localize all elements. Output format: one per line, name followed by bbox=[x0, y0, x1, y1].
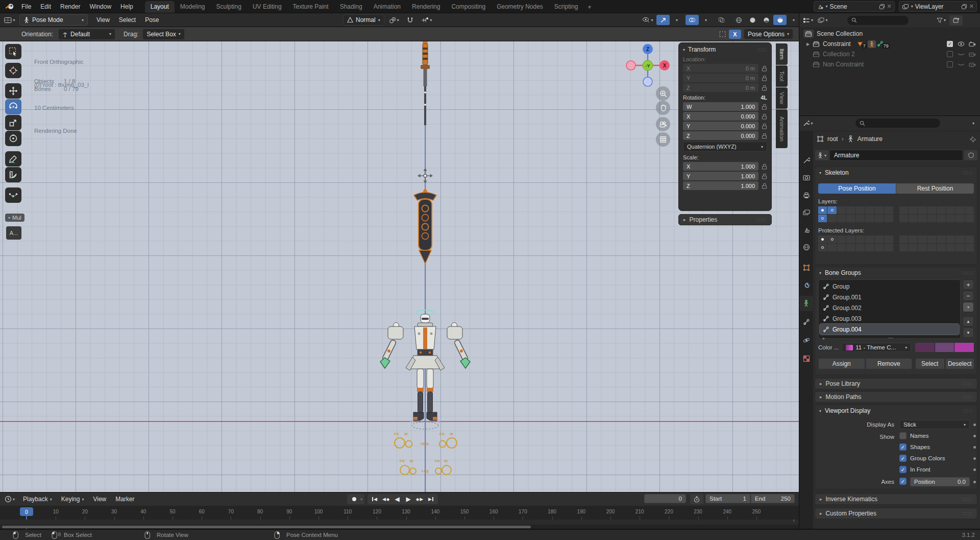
layer-cell[interactable] bbox=[899, 244, 908, 251]
decorator-dot[interactable] bbox=[973, 468, 976, 471]
jump-to-start-button[interactable]: ◀ bbox=[370, 495, 380, 504]
bone-groups-panel-header[interactable]: ▾Bone Groups·········· bbox=[815, 267, 977, 278]
layer-cell[interactable] bbox=[818, 215, 827, 222]
sword-small[interactable] bbox=[421, 41, 430, 125]
layer-cell[interactable] bbox=[865, 206, 874, 214]
output-tab[interactable] bbox=[799, 187, 813, 203]
bone-group-item[interactable]: Group.001 bbox=[820, 292, 959, 302]
add-group-button[interactable]: + bbox=[963, 279, 974, 290]
zoom-button[interactable] bbox=[656, 86, 670, 101]
layer-cell[interactable] bbox=[856, 244, 865, 251]
layer-cell[interactable] bbox=[837, 206, 846, 214]
workspace-tab-compositing[interactable]: Compositing bbox=[446, 1, 491, 13]
workspace-tab-texture-paint[interactable]: Texture Paint bbox=[287, 1, 334, 13]
breadcrumb-object[interactable]: root bbox=[827, 135, 838, 143]
workspace-tab-uv-editing[interactable]: UV Editing bbox=[247, 1, 287, 13]
show-in-front-checkbox[interactable]: ✓ bbox=[899, 466, 906, 473]
move-group-up-button[interactable]: ▲ bbox=[963, 316, 974, 326]
layer-cell[interactable] bbox=[837, 244, 846, 251]
remove-button[interactable]: Remove bbox=[866, 358, 913, 369]
world-tab[interactable] bbox=[799, 240, 813, 255]
layer-cell[interactable] bbox=[818, 206, 827, 214]
panel-grip[interactable]: ·········· bbox=[757, 48, 767, 52]
remove-group-button[interactable]: − bbox=[963, 291, 974, 301]
unlink-icon[interactable]: ✕ bbox=[887, 3, 892, 10]
previous-keyframe-button[interactable]: ◀◆ bbox=[381, 495, 391, 504]
fake-user-toggle[interactable] bbox=[964, 150, 977, 160]
object-data-tab[interactable] bbox=[799, 296, 813, 311]
layer-cell[interactable] bbox=[927, 244, 936, 251]
lock-icon[interactable] bbox=[762, 104, 767, 110]
workspace-tab-shading[interactable]: Shading bbox=[334, 1, 368, 13]
outliner-row-constraint[interactable]: ▶Constraint779✓ bbox=[799, 39, 980, 49]
move-group-down-button[interactable]: ▼ bbox=[963, 327, 974, 338]
layer-cell[interactable] bbox=[918, 244, 926, 251]
tool-tab[interactable] bbox=[799, 153, 813, 168]
layer-cell[interactable] bbox=[846, 206, 855, 214]
lock-icon[interactable] bbox=[762, 163, 767, 170]
disable-in-renders-toggle[interactable] bbox=[967, 52, 978, 57]
outliner-filter-dropdown[interactable]: ▾ bbox=[935, 15, 948, 26]
gizmo-dropdown[interactable]: ▾ bbox=[670, 15, 683, 25]
exclude-checkbox[interactable] bbox=[944, 61, 955, 67]
layer-cell[interactable] bbox=[965, 215, 974, 222]
play-button[interactable]: ▶ bbox=[403, 495, 413, 504]
decorator-dot[interactable] bbox=[973, 446, 976, 449]
transform-field-x[interactable]: X1.000 bbox=[683, 162, 758, 171]
show-group-colors-checkbox[interactable]: ✓ bbox=[899, 455, 906, 462]
layer-cell[interactable] bbox=[856, 206, 865, 214]
bone-group-item[interactable]: Group.002 bbox=[820, 302, 959, 313]
end-frame-field[interactable]: End250 bbox=[751, 494, 795, 503]
layer-cell[interactable] bbox=[818, 236, 827, 243]
decorator-dot[interactable] bbox=[973, 481, 976, 483]
timeline-editor-type-button[interactable]: ▾ bbox=[3, 494, 16, 504]
pan-button[interactable] bbox=[656, 101, 670, 115]
lock-icon[interactable] bbox=[762, 75, 767, 81]
render-tab[interactable] bbox=[799, 170, 813, 185]
layer-cell[interactable] bbox=[884, 244, 893, 251]
outliner-display-mode-dropdown[interactable]: ▾ bbox=[801, 15, 815, 26]
transform-field-y[interactable]: Y1.000 bbox=[683, 172, 758, 180]
bone-group-item[interactable]: Group.003 bbox=[820, 313, 959, 324]
show-overlays-toggle[interactable] bbox=[685, 15, 699, 25]
layer-cell[interactable] bbox=[837, 236, 846, 243]
layer-cell[interactable] bbox=[937, 206, 945, 214]
workspace-tab-layout[interactable]: Layout bbox=[145, 1, 175, 13]
panel-motion-paths[interactable]: ▸Motion Paths·········· bbox=[815, 391, 977, 403]
layer-cell[interactable] bbox=[856, 215, 865, 222]
workspace-tab-geometry-nodes[interactable]: Geometry Nodes bbox=[491, 1, 549, 13]
outliner-scene-collection[interactable]: Scene Collection bbox=[799, 29, 980, 39]
next-keyframe-button[interactable]: ◆▶ bbox=[414, 495, 425, 504]
pose-position-button[interactable]: Pose Position bbox=[818, 183, 896, 194]
add-workspace-button[interactable]: + bbox=[584, 2, 596, 13]
hide-in-viewport-toggle[interactable] bbox=[955, 52, 967, 57]
mode-dropdown[interactable]: Pose Mode ▾ bbox=[19, 14, 88, 26]
collapse-arrow-icon[interactable]: ‹ bbox=[793, 518, 795, 523]
sword-large[interactable] bbox=[414, 188, 436, 264]
lock-icon[interactable] bbox=[762, 65, 767, 72]
display-as-dropdown[interactable]: Stick▾ bbox=[899, 420, 970, 429]
show-gizmo-toggle[interactable] bbox=[656, 15, 670, 25]
workspace-tab-modeling[interactable]: Modeling bbox=[175, 1, 211, 13]
layer-cell[interactable] bbox=[909, 236, 917, 243]
panel-custom-properties[interactable]: ▸Custom Properties·········· bbox=[815, 508, 977, 519]
show-names-checkbox[interactable] bbox=[899, 432, 906, 439]
decorator-dot[interactable] bbox=[973, 457, 976, 460]
cursor-tool-button[interactable] bbox=[5, 63, 21, 78]
select-box-tool-button[interactable] bbox=[5, 44, 21, 59]
armature-data-dropdown[interactable]: ▾ bbox=[815, 150, 828, 160]
scrollbar-thumb[interactable] bbox=[2, 526, 531, 528]
armature-character[interactable] bbox=[380, 310, 470, 429]
sidebar-tab-item[interactable]: Item bbox=[776, 43, 788, 65]
layer-cell[interactable] bbox=[875, 206, 884, 214]
view-layer-tab[interactable] bbox=[799, 205, 813, 220]
transform-field-z[interactable]: Z1.000 bbox=[683, 181, 758, 190]
sidebar-tab-tool[interactable]: Tool bbox=[776, 65, 788, 87]
breadcrumb-data[interactable]: Armature bbox=[857, 135, 883, 143]
transform-field-y[interactable]: Y0.000 bbox=[683, 122, 758, 130]
menu-help[interactable]: Help bbox=[116, 0, 138, 13]
pose-breakdowner-tool-button[interactable] bbox=[5, 187, 21, 203]
transform-field-w[interactable]: W1.000 bbox=[683, 102, 758, 111]
rest-position-button[interactable]: Rest Position bbox=[896, 183, 974, 194]
play-reverse-button[interactable]: ◀ bbox=[392, 495, 402, 504]
